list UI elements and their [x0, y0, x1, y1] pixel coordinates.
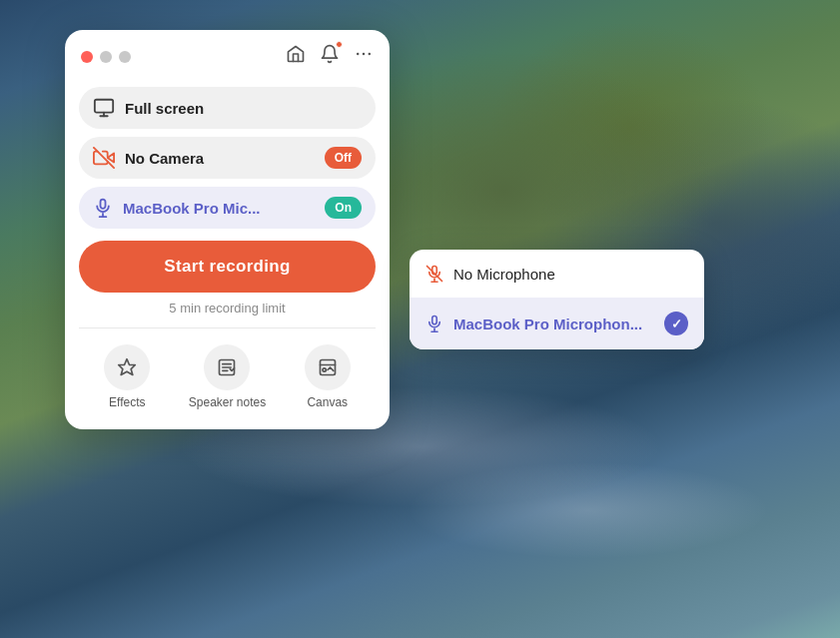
speaker-notes-icon-circle — [204, 344, 250, 390]
camera-toggle[interactable]: Off — [325, 147, 362, 169]
main-panel: Full screen No Camera Off — [65, 30, 390, 429]
svg-point-2 — [369, 53, 372, 56]
camera-left: No Camera — [93, 147, 204, 169]
svg-rect-7 — [101, 200, 106, 209]
no-mic-left: No Microphone — [425, 264, 555, 284]
notification-badge — [336, 41, 343, 48]
svg-rect-21 — [432, 317, 437, 324]
record-limit: 5 min recording limit — [79, 301, 376, 319]
title-icons — [286, 44, 374, 69]
mic-blue-icon — [425, 314, 443, 333]
options-area: Full screen No Camera Off — [65, 79, 390, 229]
bell-icon[interactable] — [320, 44, 340, 69]
traffic-lights — [81, 51, 131, 63]
svg-point-16 — [323, 368, 326, 371]
effects-button[interactable]: Effects — [104, 344, 150, 409]
microphone-option[interactable]: MacBook Pro Mic... On — [79, 187, 376, 229]
microphone-dropdown: No Microphone MacBook Pro Microphon... ✓ — [410, 250, 704, 349]
start-recording-button[interactable]: Start recording — [79, 241, 376, 293]
maximize-button[interactable] — [119, 51, 131, 63]
effects-label: Effects — [109, 395, 145, 409]
macbook-mic-left: MacBook Pro Microphon... — [425, 314, 642, 333]
canvas-icon-circle — [305, 344, 351, 390]
fullscreen-label: Full screen — [125, 100, 204, 117]
mic-left: MacBook Pro Mic... — [93, 197, 261, 219]
camera-label: No Camera — [125, 150, 204, 167]
svg-point-1 — [363, 53, 366, 56]
more-icon[interactable] — [354, 44, 374, 69]
selected-checkmark: ✓ — [664, 312, 688, 335]
canvas-label: Canvas — [307, 395, 348, 409]
svg-marker-10 — [119, 359, 136, 375]
macbook-mic-option[interactable]: MacBook Pro Microphon... ✓ — [410, 298, 704, 349]
no-microphone-option[interactable]: No Microphone — [410, 250, 704, 298]
svg-rect-15 — [320, 360, 335, 375]
mic-off-icon — [425, 264, 443, 284]
divider — [79, 327, 376, 328]
speaker-notes-label: Speaker notes — [189, 395, 266, 409]
camera-option[interactable]: No Camera Off — [79, 137, 376, 179]
monitor-icon — [93, 97, 115, 119]
svg-point-0 — [357, 53, 360, 56]
bottom-icons: Effects Speaker notes — [65, 340, 390, 409]
canvas-button[interactable]: Canvas — [305, 344, 351, 409]
fullscreen-left: Full screen — [93, 97, 204, 119]
no-mic-label: No Microphone — [453, 266, 555, 283]
mic-label: MacBook Pro Mic... — [123, 200, 261, 217]
speaker-notes-button[interactable]: Speaker notes — [189, 344, 266, 409]
macbook-mic-label: MacBook Pro Microphon... — [453, 316, 642, 332]
svg-rect-3 — [95, 100, 113, 113]
title-bar — [65, 30, 390, 79]
home-icon[interactable] — [286, 44, 306, 69]
mic-icon — [93, 197, 113, 219]
minimize-button[interactable] — [100, 51, 112, 63]
fullscreen-option[interactable]: Full screen — [79, 87, 376, 129]
close-button[interactable] — [81, 51, 93, 63]
camera-off-icon — [93, 147, 115, 169]
record-section: Start recording 5 min recording limit — [65, 237, 390, 319]
effects-icon-circle — [104, 344, 150, 390]
mic-toggle[interactable]: On — [325, 197, 362, 219]
